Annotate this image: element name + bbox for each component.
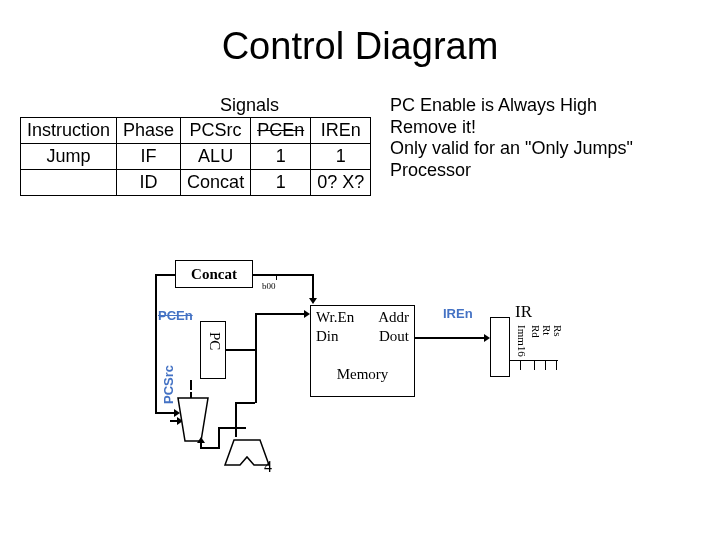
wire xyxy=(155,274,175,276)
wire xyxy=(255,313,257,403)
cell-instruction: Jump xyxy=(21,144,117,170)
pcen-label: PCEn xyxy=(158,308,193,323)
cell-pcsrc: ALU xyxy=(181,144,251,170)
wire xyxy=(226,349,256,351)
datapath-diagram: Concat b00 PCEn PC PCSrc Wr.En Addr Din … xyxy=(100,260,650,510)
wire xyxy=(276,275,277,280)
side-notes: PC Enable is Always High Remove it! Only… xyxy=(390,95,710,181)
wire xyxy=(312,274,314,299)
page-title: Control Diagram xyxy=(0,0,720,68)
wire xyxy=(545,360,546,370)
cell-iren: 1 xyxy=(311,144,371,170)
wire xyxy=(200,447,220,449)
wire xyxy=(520,360,521,370)
wire xyxy=(556,360,557,370)
ir-field-imm16: Imm16 xyxy=(516,325,528,357)
svg-marker-1 xyxy=(225,440,269,465)
memory-din-port: Din xyxy=(316,328,339,345)
wire xyxy=(218,427,246,429)
note-line-3: Only valid for an "Only Jumps" Processor xyxy=(390,138,710,181)
b00-label: b00 xyxy=(262,281,276,291)
note-line-2: Remove it! xyxy=(390,117,710,139)
wire xyxy=(200,442,202,448)
ir-register xyxy=(490,317,510,377)
wire xyxy=(253,274,313,276)
col-instruction: Instruction xyxy=(21,118,117,144)
concat-block: Concat xyxy=(175,260,253,288)
table-row: Jump IF ALU 1 1 xyxy=(21,144,371,170)
memory-addr-port: Addr xyxy=(378,309,409,326)
col-iren: IREn xyxy=(311,118,371,144)
iren-label: IREn xyxy=(443,306,473,321)
wire xyxy=(190,380,192,390)
svg-marker-0 xyxy=(178,398,208,441)
memory-dout-port: Dout xyxy=(379,328,409,345)
cell-pcsrc: Concat xyxy=(181,170,251,196)
cell-pcen: 1 xyxy=(251,170,311,196)
wire xyxy=(155,412,175,414)
pc-label: PC xyxy=(206,332,223,350)
wire xyxy=(534,360,535,370)
cell-instruction xyxy=(21,170,117,196)
col-phase: Phase xyxy=(117,118,181,144)
note-line-1: PC Enable is Always High xyxy=(390,95,710,117)
wire xyxy=(510,360,558,361)
wire xyxy=(415,337,485,339)
wire xyxy=(235,402,255,404)
ir-field-rs: Rs xyxy=(552,325,564,337)
constant-4: 4 xyxy=(264,458,272,476)
mux-icon xyxy=(173,393,213,448)
cell-phase: IF xyxy=(117,144,181,170)
memory-wren-port: Wr.En xyxy=(316,309,354,326)
table-header-row: Instruction Phase PCSrc PCEn IREn xyxy=(21,118,371,144)
wire xyxy=(155,274,157,414)
col-pcen: PCEn xyxy=(251,118,311,144)
wire xyxy=(255,313,305,315)
signals-header: Signals xyxy=(220,95,279,116)
cell-iren: 0? X? xyxy=(311,170,371,196)
memory-title: Memory xyxy=(311,366,414,383)
cell-pcen: 1 xyxy=(251,144,311,170)
col-pcsrc: PCSrc xyxy=(181,118,251,144)
wire xyxy=(235,402,237,437)
control-table: Instruction Phase PCSrc PCEn IREn Jump I… xyxy=(20,117,371,196)
wire xyxy=(218,427,220,447)
ir-label: IR xyxy=(515,302,532,322)
cell-phase: ID xyxy=(117,170,181,196)
memory-block: Wr.En Addr Din Dout Memory xyxy=(310,305,415,397)
table-row: ID Concat 1 0? X? xyxy=(21,170,371,196)
